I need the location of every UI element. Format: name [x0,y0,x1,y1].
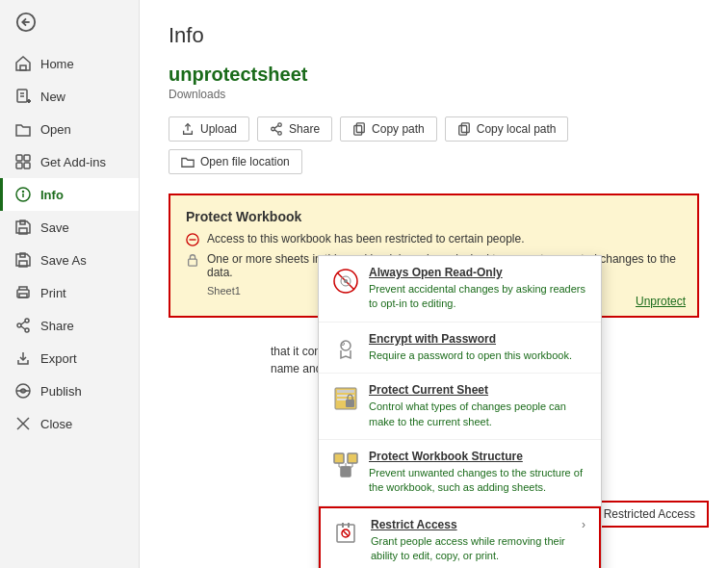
svg-point-56 [342,342,345,345]
dropdown-item-protect-structure[interactable]: Protect Workbook Structure Prevent unwan… [319,440,601,506]
restricted-access-badge[interactable]: Restricted Access [590,501,709,528]
svg-rect-18 [20,253,25,257]
protect-box-line1: Access to this workbook has been restric… [186,232,682,246]
copy-local-path-button[interactable]: Copy local path [445,116,569,142]
sidebar-publish-label: Publish [40,384,82,399]
svg-line-68 [343,530,349,536]
sidebar-print-label: Print [40,286,66,300]
upload-icon [181,122,195,136]
restrict-access-arrow: › [582,518,585,531]
svg-point-22 [25,328,29,332]
sidebar-info-label: Info [40,188,64,202]
sidebar-item-close[interactable]: Close [0,407,139,440]
svg-line-24 [21,322,25,324]
open-file-location-label: Open file location [200,155,290,168]
protect-sheet-desc: Control what types of changes people can… [369,400,587,429]
share-label: Share [289,122,320,136]
svg-rect-10 [16,163,22,168]
copy-path-icon [352,122,366,136]
svg-rect-58 [337,390,354,393]
sidebar-nav: Home New Open [0,47,139,568]
svg-rect-38 [354,126,362,136]
protect-sheet-content: Protect Current Sheet Control what types… [369,383,587,429]
sidebar-share-label: Share [40,319,74,333]
main-content: Info unprotectsheet Downloads Upload Sha… [140,0,728,568]
encrypt-desc: Require a password to open this workbook… [369,349,587,363]
sidebar-item-open[interactable]: Open [0,113,139,145]
svg-rect-8 [16,155,22,161]
svg-rect-20 [19,294,27,297]
action-buttons-row: Upload Share Copy path Copy l [169,116,699,174]
upload-label: Upload [200,122,237,136]
restrict-access-title: Restrict Access [371,518,572,531]
sidebar-new-label: New [40,90,65,104]
unprotect-link[interactable]: Unprotect [636,295,686,308]
sidebar-item-export[interactable]: Export [0,342,139,374]
svg-rect-63 [348,453,357,463]
svg-rect-61 [346,400,354,407]
sidebar-saveas-label: Save As [40,253,87,268]
protect-line1-text: Access to this workbook has been restric… [207,232,525,245]
svg-point-33 [278,132,282,136]
protect-sheet-title: Protect Current Sheet [369,383,587,397]
sidebar: Home New Open [0,0,140,568]
back-button[interactable] [0,0,139,47]
protect-sheet-icon [332,385,359,412]
protect-structure-desc: Prevent unwanted changes to the structur… [369,466,587,496]
protect-structure-content: Protect Workbook Structure Prevent unwan… [369,450,587,496]
encrypt-icon [332,334,359,361]
restrict-access-desc: Grant people access while removing their… [371,534,572,564]
readonly-icon [332,268,359,295]
share-icon [270,122,283,136]
svg-point-23 [17,323,21,327]
svg-point-14 [23,192,24,193]
sidebar-item-new[interactable]: New [0,80,139,113]
sidebar-export-label: Export [40,351,77,366]
svg-rect-9 [24,155,30,161]
svg-point-54 [344,279,348,283]
svg-point-21 [25,319,29,323]
open-file-location-button[interactable]: Open file location [169,149,302,174]
file-name: unprotectsheet [169,64,699,86]
copy-local-path-icon [457,122,471,136]
sidebar-home-label: Home [40,57,74,71]
folder-icon [181,155,195,168]
svg-line-25 [21,326,25,329]
copy-local-path-label: Copy local path [477,122,557,136]
dropdown-item-readonly[interactable]: Always Open Read-Only Prevent accidental… [319,256,601,323]
encrypt-content: Encrypt with Password Require a password… [369,332,587,363]
sidebar-item-saveas[interactable]: Save As [0,244,139,276]
sidebar-item-addins[interactable]: Get Add-ins [0,145,139,178]
dropdown-menu: Always Open Read-Only Prevent accidental… [318,255,602,568]
svg-point-32 [278,123,282,127]
restrict-icon [186,233,199,246]
svg-rect-62 [334,453,344,463]
sidebar-close-label: Close [40,417,72,431]
svg-rect-40 [459,126,467,136]
copy-path-button[interactable]: Copy path [340,116,437,142]
readonly-title: Always Open Read-Only [369,266,587,279]
upload-button[interactable]: Upload [169,116,249,142]
restrict-access-content: Restrict Access Grant people access whil… [371,518,572,564]
restrict-access-icon [334,520,361,547]
svg-rect-39 [461,123,469,133]
sidebar-item-info[interactable]: Info [0,178,139,211]
sidebar-addins-label: Get Add-ins [40,155,106,169]
sidebar-item-print[interactable]: Print [0,276,139,309]
dropdown-item-encrypt[interactable]: Encrypt with Password Require a password… [319,323,601,374]
sidebar-item-save[interactable]: Save [0,211,139,244]
dropdown-item-restrict[interactable]: Restrict Access Grant people access whil… [319,506,601,568]
encrypt-title: Encrypt with Password [369,332,587,346]
svg-point-34 [272,127,275,131]
share-button[interactable]: Share [257,116,332,142]
svg-line-36 [274,130,278,133]
sidebar-save-label: Save [40,220,69,235]
sidebar-item-home[interactable]: Home [0,47,139,80]
copy-path-label: Copy path [372,122,425,136]
sidebar-item-share[interactable]: Share [0,309,139,342]
sidebar-item-publish[interactable]: Publish [0,374,139,407]
sidebar-open-label: Open [40,122,71,137]
dropdown-item-protect-sheet[interactable]: Protect Current Sheet Control what types… [319,374,601,440]
protect-structure-title: Protect Workbook Structure [369,450,587,463]
svg-rect-50 [189,259,197,266]
